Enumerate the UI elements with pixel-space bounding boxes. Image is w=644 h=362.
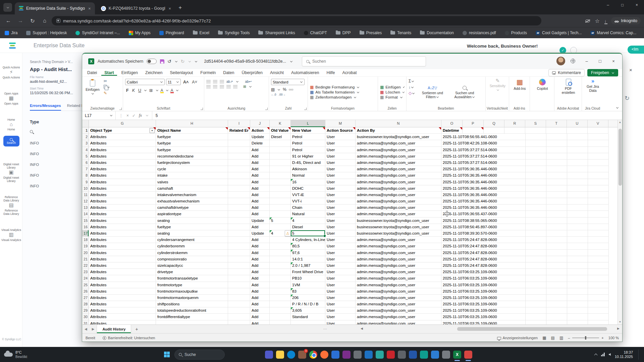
cell-old-value[interactable]: ⚠ xyxy=(270,250,291,256)
clock[interactable]: 18:37 10.11.2025 xyxy=(615,350,633,359)
scroll-left-icon[interactable]: ◀ xyxy=(361,327,363,330)
empty-cell[interactable] xyxy=(505,172,526,179)
empty-cell[interactable] xyxy=(546,256,567,262)
row-header[interactable]: 6 xyxy=(82,160,89,166)
cell-action[interactable]: Add xyxy=(250,301,270,307)
cell-object-type[interactable]: Attributes xyxy=(89,288,156,295)
cell-new-value[interactable]: Standard xyxy=(291,314,325,320)
cell-object-type[interactable]: Attributes xyxy=(89,160,156,166)
taskbar-app-icon[interactable] xyxy=(409,351,417,359)
cell-action-source[interactable]: User xyxy=(325,218,356,224)
column-header[interactable]: P xyxy=(463,120,484,127)
user-avatar[interactable] xyxy=(556,57,565,65)
empty-cell[interactable] xyxy=(588,147,609,153)
row-header[interactable]: 1 xyxy=(82,127,89,134)
get-jira-data-button[interactable]: » Get JiraData xyxy=(584,79,602,93)
empty-cell[interactable] xyxy=(546,269,567,275)
empty-cell[interactable] xyxy=(505,288,526,295)
empty-cell[interactable] xyxy=(546,237,567,243)
cell-new-value[interactable]: Natural xyxy=(291,211,325,217)
empty-cell[interactable] xyxy=(588,275,609,282)
header-object-name[interactable]: Object Name xyxy=(156,127,228,134)
empty-cell[interactable] xyxy=(526,172,546,179)
notification-icon[interactable] xyxy=(570,47,577,54)
cell-datetime[interactable]: 2025-11-10T05:36:35.446-0600 xyxy=(441,179,505,185)
empty-cell[interactable] xyxy=(567,262,588,269)
empty-cell[interactable] xyxy=(546,127,567,134)
empty-cell[interactable] xyxy=(588,204,609,211)
taskbar-app-icon[interactable] xyxy=(309,351,317,359)
cell-object-type[interactable]: Attributes xyxy=(89,256,156,262)
cell-related-entity[interactable] xyxy=(228,269,250,275)
zoom-slider[interactable] xyxy=(572,338,599,338)
empty-cell[interactable] xyxy=(526,211,546,217)
empty-cell[interactable] xyxy=(505,224,526,230)
bold-button[interactable]: F xyxy=(125,88,130,93)
cell-action[interactable]: Add xyxy=(250,269,270,275)
cell-old-value[interactable]: ⚠ xyxy=(270,243,291,249)
empty-cell[interactable] xyxy=(505,307,526,314)
cell-new-value[interactable]: D-4S, Direct and xyxy=(291,160,325,166)
taskbar-app-icon[interactable] xyxy=(420,351,428,359)
cell-object-type[interactable]: Attributes xyxy=(89,140,156,146)
bookmark-item[interactable]: Support : Helpdesk xyxy=(26,31,67,35)
name-box[interactable]: L17 xyxy=(82,111,116,120)
format-painter-button[interactable]: ✎ xyxy=(104,91,110,96)
cell-new-value[interactable]: 16 xyxy=(291,179,325,185)
cell-new-value[interactable]: VVT-iE xyxy=(291,192,325,198)
find-select-button[interactable]: Suchen undAuswählen xyxy=(450,79,479,106)
taskbar-app-icon[interactable] xyxy=(464,351,472,359)
cell-action-by[interactable]: admin.mensa@syndigo.com_user xyxy=(356,166,441,172)
cell-datetime[interactable]: 2025-11-10T08:38:55.065-0600 xyxy=(441,218,505,224)
taskbar-app-icon[interactable] xyxy=(365,351,373,359)
align-left-icon[interactable] xyxy=(206,85,211,88)
cell-action[interactable]: Add xyxy=(250,179,270,185)
qat-customize-icon[interactable] xyxy=(195,60,197,62)
start-button[interactable] xyxy=(161,349,172,360)
cell-object-name[interactable]: frontmotormaxtorquenm xyxy=(156,295,228,301)
empty-cell[interactable] xyxy=(588,172,609,179)
row-header[interactable]: 7 xyxy=(82,166,89,172)
cell-new-value[interactable]: 97,6 xyxy=(291,250,325,256)
empty-cell[interactable] xyxy=(526,288,546,295)
cell-action-by[interactable]: admin.mensa@syndigo.com_user xyxy=(356,147,441,153)
empty-cell[interactable] xyxy=(567,224,588,230)
cell-action-source[interactable]: User xyxy=(325,288,356,295)
sheet-tab-overflow[interactable]: ⋯ xyxy=(323,327,327,331)
ribbon-tab[interactable]: Überprüfen xyxy=(238,70,266,76)
cell-action-source[interactable]: User xyxy=(325,269,356,275)
empty-cell[interactable] xyxy=(526,147,546,153)
cell-action[interactable]: Update xyxy=(250,230,270,237)
url-bar[interactable]: mensa.syndigo.com/task-detail?id=6280e82… xyxy=(52,16,541,25)
increase-decimal-button[interactable]: ←.0 xyxy=(271,93,276,96)
empty-cell[interactable] xyxy=(526,204,546,211)
cell-action-source[interactable]: User xyxy=(325,179,356,185)
empty-cell[interactable] xyxy=(546,295,567,301)
bookmark-item[interactable]: My Apps xyxy=(129,31,151,35)
column-header[interactable]: T xyxy=(546,120,567,127)
grow-font-button[interactable]: A˄ xyxy=(182,80,190,84)
cell-datetime[interactable]: 2025-11-10T08:56:45.897-0600 xyxy=(441,224,505,230)
cell-action-by[interactable]: admin.mensa@syndigo.com_user xyxy=(356,301,441,307)
empty-cell[interactable] xyxy=(526,224,546,230)
cell-object-name[interactable]: cylinderstrokemm xyxy=(156,250,228,256)
chevron-down-icon[interactable] xyxy=(175,60,177,62)
cell-new-value[interactable]: 80,5 xyxy=(291,243,325,249)
sidebar-item[interactable]: Search Search xyxy=(0,136,22,150)
format-cells-button[interactable]: ▦Format xyxy=(380,95,405,99)
shrink-font-button[interactable]: A˅ xyxy=(191,80,198,84)
empty-cell[interactable] xyxy=(588,218,609,224)
cell-new-value[interactable]: 14.0:1 xyxy=(291,256,325,262)
empty-cell[interactable] xyxy=(567,160,588,166)
empty-cell[interactable] xyxy=(546,166,567,172)
cell-action-source[interactable]: User xyxy=(325,140,356,146)
bookmark-item[interactable]: Presales xyxy=(360,31,382,35)
cell-new-value[interactable]: DOHC xyxy=(291,185,325,192)
sheet-next-icon[interactable]: ▶ xyxy=(90,327,97,331)
accounting-format-icon[interactable]: ▤ xyxy=(271,87,275,92)
cell-action-source[interactable]: User xyxy=(325,172,356,179)
bookmark-item[interactable]: Syndigo Tools xyxy=(218,31,250,35)
empty-cell[interactable] xyxy=(546,198,567,204)
row-header[interactable]: 5 xyxy=(82,153,89,160)
cell-action-by[interactable]: admin.mensa@syndigo.com_user xyxy=(356,295,441,301)
